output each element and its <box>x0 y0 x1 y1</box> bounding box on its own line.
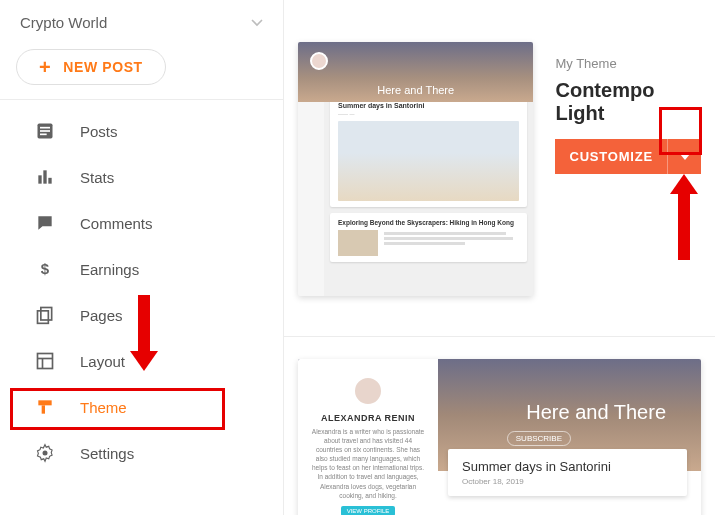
new-post-label: NEW POST <box>63 59 142 75</box>
sidebar-item-label: Layout <box>80 353 125 370</box>
customize-dropdown-button[interactable] <box>667 139 701 174</box>
svg-rect-2 <box>40 130 50 132</box>
sidebar-item-label: Posts <box>80 123 118 140</box>
avatar-icon <box>352 375 384 407</box>
svg-rect-9 <box>38 311 49 324</box>
svg-point-15 <box>43 451 48 456</box>
stats-icon <box>34 166 56 188</box>
sidebar-item-label: Theme <box>80 399 127 416</box>
sidebar-item-stats[interactable]: Stats <box>0 154 283 200</box>
sidebar-item-earnings[interactable]: $ Earnings <box>0 246 283 292</box>
preview-post-card: Summer days in Santorini October 18, 201… <box>448 449 687 496</box>
svg-rect-5 <box>43 170 46 183</box>
blog-selector[interactable]: Crypto World <box>0 0 283 41</box>
settings-icon <box>34 442 56 464</box>
image-placeholder-icon <box>338 121 519 201</box>
my-theme-section: Here and There Summer days in Santorini … <box>284 0 715 337</box>
subscribe-pill: SUBSCRIBE <box>507 431 571 446</box>
svg-rect-10 <box>38 354 53 369</box>
thumbnail-post-card: Summer days in Santorini —— — <box>330 96 527 207</box>
thumbnail-post2-title: Exploring Beyond the Skyscrapers: Hiking… <box>338 219 519 226</box>
svg-rect-8 <box>41 308 52 321</box>
avatar-icon <box>310 52 328 70</box>
thumbnail-blog-title: Here and There <box>377 84 454 96</box>
svg-rect-13 <box>38 400 51 405</box>
current-theme-name: Contempo Light <box>555 79 701 125</box>
preview-author-bio: Alexandra is a writer who is passionate … <box>310 427 426 500</box>
sidebar-item-theme[interactable]: Theme <box>0 384 283 430</box>
sidebar-item-label: Earnings <box>80 261 139 278</box>
layout-icon <box>34 350 56 372</box>
svg-rect-6 <box>48 178 51 184</box>
posts-icon <box>34 120 56 142</box>
thumbnail-sidebar <box>298 102 324 296</box>
svg-rect-4 <box>38 175 41 183</box>
theme-large-preview[interactable]: Here and There SUBSCRIBE ALEXANDRA RENIN… <box>298 359 701 515</box>
theme-info: My Theme Contempo Light CUSTOMIZE <box>555 42 701 296</box>
svg-rect-14 <box>42 405 45 413</box>
preview-blog-title: Here and There <box>526 401 666 424</box>
sidebar: Crypto World + NEW POST Posts Stats <box>0 0 284 515</box>
sidebar-item-label: Stats <box>80 169 114 186</box>
section-label: My Theme <box>555 56 701 71</box>
sidebar-item-comments[interactable]: Comments <box>0 200 283 246</box>
pages-icon <box>34 304 56 326</box>
thumbnail-post1-title: Summer days in Santorini <box>338 102 519 109</box>
sidebar-nav: Posts Stats Comments $ Earnings Pages <box>0 100 283 476</box>
thumbnail-body: Summer days in Santorini —— — Exploring … <box>298 102 533 296</box>
sidebar-item-pages[interactable]: Pages <box>0 292 283 338</box>
svg-rect-3 <box>40 134 47 136</box>
image-placeholder-icon <box>338 230 378 256</box>
preview-post-date: October 18, 2019 <box>462 477 673 486</box>
sidebar-item-label: Settings <box>80 445 134 462</box>
thumbnail-post-card: Exploring Beyond the Skyscrapers: Hiking… <box>330 213 527 262</box>
sidebar-item-label: Pages <box>80 307 123 324</box>
sidebar-item-layout[interactable]: Layout <box>0 338 283 384</box>
theme-icon <box>34 396 56 418</box>
preview-author-name: ALEXANDRA RENIN <box>310 413 426 423</box>
new-post-button[interactable]: + NEW POST <box>16 49 166 85</box>
preview-post-title: Summer days in Santorini <box>462 459 673 474</box>
main-panel: Here and There Summer days in Santorini … <box>284 0 715 515</box>
preview-sidebar: ALEXANDRA RENIN Alexandra is a writer wh… <box>298 359 438 515</box>
new-post-row: + NEW POST <box>0 41 283 100</box>
svg-rect-1 <box>40 127 50 129</box>
earnings-icon: $ <box>34 258 56 280</box>
thumbnail-header: Here and There <box>298 42 533 102</box>
customize-button-group: CUSTOMIZE <box>555 139 701 174</box>
sidebar-item-settings[interactable]: Settings <box>0 430 283 476</box>
comments-icon <box>34 212 56 234</box>
thumbnail-content: Summer days in Santorini —— — Exploring … <box>324 102 533 296</box>
theme-thumbnail[interactable]: Here and There Summer days in Santorini … <box>298 42 533 296</box>
sidebar-item-posts[interactable]: Posts <box>0 108 283 154</box>
customize-button[interactable]: CUSTOMIZE <box>555 139 667 174</box>
sidebar-item-label: Comments <box>80 215 153 232</box>
view-profile-pill: VIEW PROFILE <box>341 506 396 515</box>
blog-name: Crypto World <box>20 14 107 31</box>
caret-down-icon <box>680 154 690 160</box>
caret-down-icon <box>251 19 263 27</box>
customize-label: CUSTOMIZE <box>569 149 653 164</box>
svg-text:$: $ <box>41 260 50 277</box>
